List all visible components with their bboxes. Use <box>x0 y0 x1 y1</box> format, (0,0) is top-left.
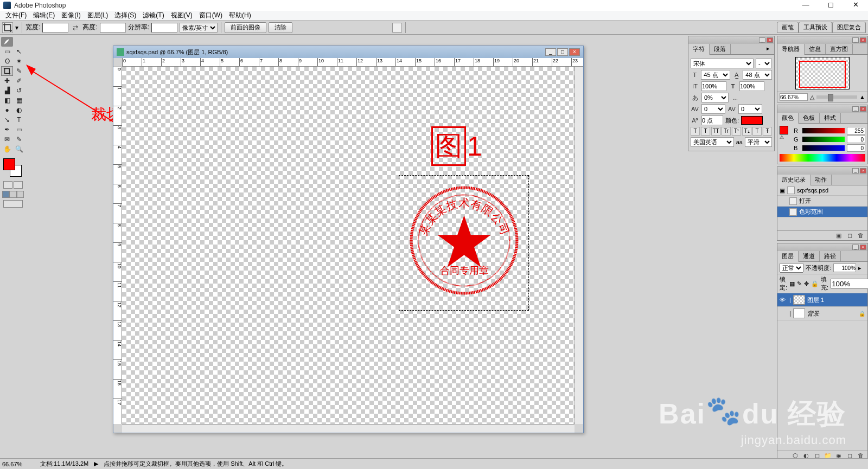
crop-tool-icon[interactable] <box>2 22 13 33</box>
color-fg-swatch[interactable] <box>780 126 788 134</box>
tab-channels[interactable]: 通道 <box>799 251 820 261</box>
tracking2-select[interactable]: 0 <box>738 104 762 114</box>
panel-menu-icon[interactable]: ▸ <box>762 44 774 54</box>
slice-tool[interactable]: ✎ <box>13 66 25 76</box>
baseline-input[interactable] <box>701 115 723 125</box>
menu-image[interactable]: 图像(I) <box>58 11 84 20</box>
antialias-select[interactable]: 平滑 <box>745 137 772 147</box>
hand-tool[interactable]: ✋ <box>1 144 13 154</box>
canvas-viewport[interactable]: 图1 某某某技术有限公司 合同专用章 <box>122 67 575 424</box>
gradient-tool[interactable]: ▦ <box>13 95 25 105</box>
resolution-input[interactable] <box>151 23 177 33</box>
status-doc-size[interactable]: 文档:11.1M/13.2M <box>40 460 88 468</box>
font-size-select[interactable]: 45 点 <box>701 70 730 80</box>
eyedropper-tool[interactable]: ✎ <box>13 134 25 144</box>
font-select[interactable]: 宋体 <box>691 59 754 68</box>
dodge-tool[interactable]: ◐ <box>13 105 25 115</box>
document-window[interactable]: sqxfsqs.psd @ 66.7% (图层 1, RGB/8) _ □ × … <box>113 46 584 433</box>
language-select[interactable]: 美国英语 <box>691 137 734 147</box>
quickmask-button[interactable] <box>14 181 23 189</box>
front-image-button[interactable]: 前面的图像 <box>225 22 266 33</box>
hscale-input[interactable] <box>739 81 764 91</box>
blur-tool[interactable]: ● <box>1 105 13 115</box>
lock-pixels-icon[interactable]: ▦ <box>789 280 795 287</box>
tab-color[interactable]: 颜色 <box>777 113 799 124</box>
document-titlebar[interactable]: sqxfsqs.psd @ 66.7% (图层 1, RGB/8) _ □ × <box>113 46 583 58</box>
panel-close[interactable]: × <box>860 37 866 43</box>
zoom-slider[interactable] <box>816 95 857 99</box>
zoom-input[interactable] <box>780 93 808 101</box>
b-input[interactable] <box>847 144 865 152</box>
menu-view[interactable]: 视图(V) <box>168 11 196 20</box>
color-spectrum[interactable] <box>780 154 865 162</box>
screen-full-menu[interactable] <box>9 191 16 198</box>
scrollbar-horizontal[interactable] <box>122 424 575 433</box>
layer-thumbnail[interactable] <box>793 309 805 318</box>
zoom-in-icon[interactable]: ▲ <box>859 94 865 100</box>
doc-close[interactable]: × <box>569 48 580 56</box>
new-doc-icon[interactable]: ▣ <box>835 232 843 240</box>
r-slider[interactable] <box>802 128 845 133</box>
zoom-tool[interactable]: 🔍 <box>13 144 25 154</box>
width-input[interactable] <box>42 23 68 33</box>
history-step-colorrange[interactable]: 色彩范围 <box>777 207 867 217</box>
visibility-icon[interactable]: 👁 <box>780 297 787 303</box>
history-step-open[interactable]: 打开 <box>777 196 867 207</box>
menu-layer[interactable]: 图层(L) <box>84 11 112 20</box>
crop-tool[interactable] <box>1 66 13 76</box>
menu-help[interactable]: 帮助(H) <box>226 11 254 20</box>
status-zoom[interactable]: 66.67% <box>2 461 35 467</box>
b-slider[interactable] <box>802 145 845 151</box>
clear-button[interactable]: 清除 <box>269 22 292 33</box>
bold-button[interactable]: T <box>691 127 700 136</box>
vscale-input[interactable] <box>701 81 726 91</box>
canvas[interactable]: 图1 某某某技术有限公司 合同专用章 <box>122 67 575 424</box>
height-input[interactable] <box>100 23 126 33</box>
navigator-thumbnail[interactable] <box>795 57 850 89</box>
shape-tool[interactable]: ▭ <box>13 125 25 134</box>
unit-select[interactable]: 像素/英寸 <box>180 23 218 33</box>
move-tool[interactable]: ↖ <box>13 47 25 56</box>
lock-brush-icon[interactable]: ✎ <box>797 280 802 287</box>
g-slider[interactable] <box>802 137 845 142</box>
delete-icon[interactable]: 🗑 <box>857 232 864 240</box>
type-tool[interactable]: T <box>13 115 25 125</box>
tab-paragraph[interactable]: 段落 <box>710 44 731 54</box>
ruler-horizontal[interactable]: 01234567891011121314151617181920212223 <box>122 58 583 67</box>
path-tool[interactable]: ↘ <box>1 115 13 125</box>
swap-icon[interactable]: ⇄ <box>71 24 80 31</box>
font-style-select[interactable]: - <box>756 59 772 68</box>
minimize-button[interactable]: — <box>793 0 818 11</box>
panel-minimize[interactable]: _ <box>852 37 859 43</box>
new-snapshot-icon[interactable]: ◻ <box>846 232 853 240</box>
fill-input[interactable] <box>831 279 868 289</box>
pen-tool[interactable]: ✒ <box>1 125 13 134</box>
doc-maximize[interactable]: □ <box>557 48 568 56</box>
healing-tool[interactable]: ✚ <box>1 76 13 86</box>
tab-paths[interactable]: 路径 <box>820 251 841 261</box>
menu-window[interactable]: 窗口(W) <box>196 11 226 20</box>
eraser-tool[interactable]: ◧ <box>1 95 13 105</box>
lock-move-icon[interactable]: ✥ <box>804 280 809 287</box>
stamp-tool[interactable]: ▟ <box>1 86 13 95</box>
blend-mode-select[interactable]: 正常 <box>780 263 803 273</box>
layer-item-background[interactable]: |背景🔒 <box>777 307 867 320</box>
document-icon[interactable] <box>392 23 402 33</box>
brush-tool[interactable]: ✐ <box>13 76 25 86</box>
tab-navigator[interactable]: 导航器 <box>777 44 805 55</box>
text-color-swatch[interactable] <box>741 116 763 125</box>
jump-imageready[interactable] <box>3 200 23 208</box>
panel-close[interactable]: × <box>767 37 773 43</box>
well-tab-tool-preset[interactable]: 工具预设 <box>799 22 832 33</box>
tab-layers[interactable]: 图层 <box>777 251 799 262</box>
lock-all-icon[interactable]: 🔒 <box>811 280 819 287</box>
foreground-color[interactable] <box>3 158 15 170</box>
history-brush-tool[interactable]: ↺ <box>13 86 25 95</box>
status-arrow-icon[interactable]: ▶ <box>94 460 98 467</box>
well-tab-layer-comp[interactable]: 图层复合 <box>832 22 866 33</box>
g-input[interactable] <box>847 136 865 143</box>
well-tab-brush[interactable]: 画笔 <box>777 22 799 33</box>
close-button[interactable]: ✕ <box>843 0 868 11</box>
standard-mode-button[interactable] <box>3 181 12 189</box>
screen-standard[interactable] <box>2 191 9 198</box>
